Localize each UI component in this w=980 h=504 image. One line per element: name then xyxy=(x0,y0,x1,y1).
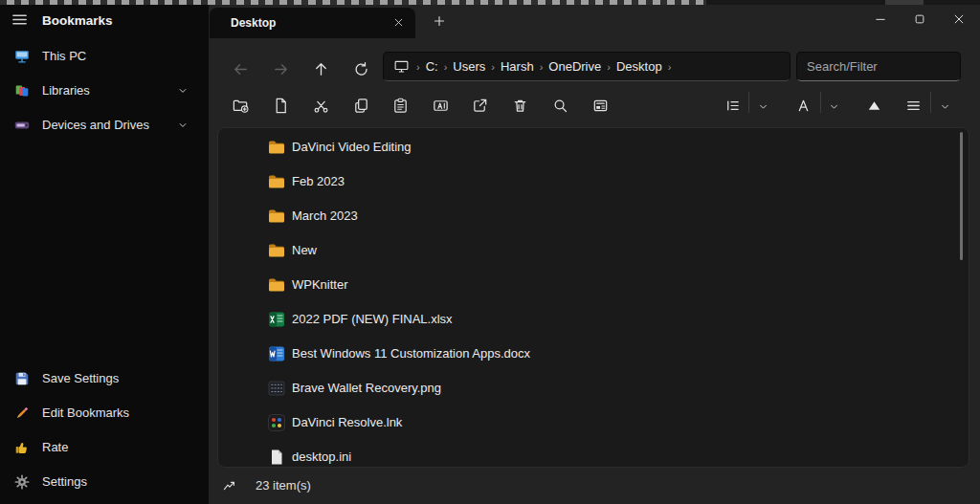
file-row[interactable]: DaVinci Resolve.lnk xyxy=(220,405,967,440)
chevron-down-icon[interactable] xyxy=(176,84,189,98)
file-name: Brave Wallet Recovery.png xyxy=(292,371,441,405)
back-button[interactable] xyxy=(224,51,256,81)
sidebar-item-label: Edit Bookmarks xyxy=(42,396,129,430)
breadcrumb-segment-c[interactable]: C: xyxy=(423,57,441,76)
delete-button[interactable] xyxy=(503,87,536,118)
up-button[interactable] xyxy=(304,51,337,81)
chevron-down-icon xyxy=(752,100,773,113)
breadcrumb-segment-onedrive[interactable]: OneDrive xyxy=(546,57,604,76)
vertical-scrollbar-thumb[interactable] xyxy=(960,132,963,260)
image-file-icon xyxy=(267,379,286,398)
tab-close-button[interactable] xyxy=(388,12,409,33)
close-icon xyxy=(393,16,404,31)
sidebar-title: Bookmarks xyxy=(42,7,113,35)
breadcrumb-segment-desktop[interactable]: Desktop xyxy=(613,57,665,76)
forward-button[interactable] xyxy=(264,51,297,81)
forward-icon xyxy=(264,60,297,78)
breadcrumb-separator: › xyxy=(488,61,498,73)
folder-icon xyxy=(267,138,286,157)
window-close-button[interactable] xyxy=(938,5,980,35)
sidebar-item-label: Rate xyxy=(42,430,68,465)
triangle-button[interactable] xyxy=(858,87,890,118)
sidebar-item-save-settings[interactable]: Save Settings xyxy=(0,362,209,396)
chevron-down-icon xyxy=(823,100,844,113)
chevron-down-icon[interactable] xyxy=(176,119,189,132)
rename-button[interactable] xyxy=(424,87,457,118)
back-icon xyxy=(224,60,256,78)
new-tab-button[interactable] xyxy=(427,10,452,34)
file-row[interactable]: 2022 PDF (NEW) FINAL.xlsx xyxy=(220,302,967,337)
file-name: New xyxy=(292,233,317,268)
file-name: DaVinci Video Editing xyxy=(292,130,412,164)
menu-button[interactable] xyxy=(897,87,929,118)
file-name: desktop.ini xyxy=(292,440,351,468)
paste-button[interactable] xyxy=(384,87,416,118)
new-file-button[interactable] xyxy=(264,87,297,118)
copy-button[interactable] xyxy=(345,87,377,118)
word-file-icon xyxy=(267,344,286,363)
toolbar-divider xyxy=(820,92,821,113)
refresh-icon xyxy=(345,60,377,78)
file-row[interactable]: March 2023 xyxy=(220,199,967,233)
share-button[interactable] xyxy=(463,87,496,118)
search-icon xyxy=(544,97,576,115)
file-name: Feb 2023 xyxy=(292,164,345,199)
search-input[interactable] xyxy=(796,52,961,81)
breadcrumb-separator: › xyxy=(604,61,613,73)
up-icon xyxy=(304,60,337,78)
toolbar-divider xyxy=(930,92,931,113)
file-row[interactable]: DaVinci Video Editing xyxy=(220,130,967,164)
search-button[interactable] xyxy=(544,87,576,118)
breadcrumb[interactable]: › C: › Users › Harsh › OneDrive › Deskto… xyxy=(383,52,791,81)
file-row[interactable]: Best Windows 11 Customization Apps.docx xyxy=(220,337,967,371)
layout-dropdown-button[interactable] xyxy=(752,87,773,118)
this-pc-icon xyxy=(13,48,31,65)
sort-icon xyxy=(787,97,819,115)
new-folder-icon xyxy=(224,97,256,115)
folder-icon xyxy=(267,241,286,260)
sidebar-item-label: Save Settings xyxy=(42,362,119,396)
sidebar-item-rate[interactable]: Rate xyxy=(0,430,209,465)
share-icon xyxy=(463,97,496,115)
window-maximize-button[interactable] xyxy=(899,5,941,35)
status-bar: 23 item(s) xyxy=(209,468,980,504)
window-minimize-button[interactable] xyxy=(859,5,902,35)
gear-icon xyxy=(13,473,31,491)
sidebar-item-this-pc[interactable]: This PC xyxy=(0,39,209,74)
sidebar-item-devices-and-drives[interactable]: Devices and Drives xyxy=(0,108,209,142)
properties-icon xyxy=(584,97,616,115)
file-row[interactable]: desktop.ini xyxy=(220,440,967,468)
file-row[interactable]: Feb 2023 xyxy=(220,164,967,199)
davinci-shortcut-icon xyxy=(267,413,286,432)
file-row[interactable]: Brave Wallet Recovery.png xyxy=(220,371,967,405)
file-name: Best Windows 11 Customization Apps.docx xyxy=(292,337,530,371)
breadcrumb-separator: › xyxy=(441,61,451,73)
sidebar-item-libraries[interactable]: Libraries xyxy=(0,74,209,108)
sort-dropdown-button[interactable] xyxy=(823,87,844,118)
folder-icon xyxy=(267,207,286,226)
properties-button[interactable] xyxy=(584,87,616,118)
menu-icon xyxy=(897,97,929,115)
file-row[interactable]: WPKnitter xyxy=(220,268,967,302)
chevron-down-icon xyxy=(934,100,955,113)
hamburger-menu-button[interactable] xyxy=(6,8,33,34)
copy-icon xyxy=(345,97,377,115)
layout-button[interactable] xyxy=(716,87,748,118)
file-icon xyxy=(267,448,286,467)
breadcrumb-separator: › xyxy=(537,61,546,73)
refresh-button[interactable] xyxy=(345,51,377,81)
sort-button[interactable] xyxy=(787,87,819,118)
file-row[interactable]: New xyxy=(220,233,967,268)
breadcrumb-segment-users[interactable]: Users xyxy=(450,57,488,76)
cut-button[interactable] xyxy=(304,87,337,118)
tab-desktop[interactable]: Desktop xyxy=(210,8,415,38)
menu-dropdown-button[interactable] xyxy=(934,87,955,118)
toolbar-divider xyxy=(748,92,749,113)
sidebar-item-settings[interactable]: Settings xyxy=(0,465,209,499)
breadcrumb-segment-harsh[interactable]: Harsh xyxy=(498,57,537,76)
sidebar-item-edit-bookmarks[interactable]: Edit Bookmarks xyxy=(0,396,209,430)
maximize-icon xyxy=(913,14,926,29)
delete-icon xyxy=(503,97,536,115)
new-folder-button[interactable] xyxy=(224,87,256,118)
file-list: DaVinci Video Editing Feb 2023 March 202… xyxy=(217,127,969,468)
